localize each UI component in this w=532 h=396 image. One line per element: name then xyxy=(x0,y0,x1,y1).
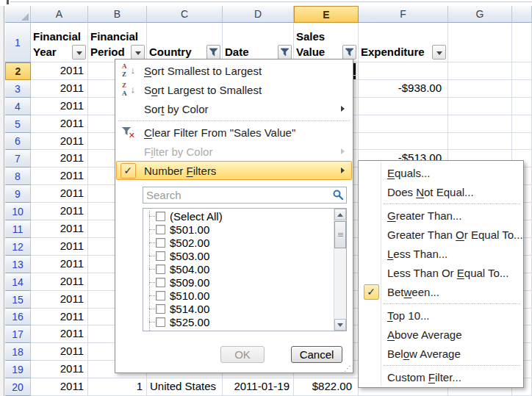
cell-B20[interactable]: 1 xyxy=(88,378,147,396)
row-header-4[interactable]: 4 xyxy=(5,98,31,115)
filter-button-C[interactable] xyxy=(206,45,220,60)
cell-A15[interactable]: 2011 xyxy=(31,291,88,309)
checkbox[interactable] xyxy=(156,238,165,248)
cell-F2[interactable] xyxy=(359,62,448,80)
scroll-up-button[interactable] xyxy=(334,209,346,220)
menu-item-number-filters[interactable]: ✓Number Filters xyxy=(116,161,352,180)
cell-A7[interactable]: 2011 xyxy=(31,150,88,168)
cell-A3[interactable]: 2011 xyxy=(31,80,88,98)
row-header-8[interactable]: 8 xyxy=(5,168,31,185)
row-header-17[interactable]: 17 xyxy=(5,325,31,343)
cell-A20[interactable]: 2011 xyxy=(31,378,88,396)
cell-x5[interactable] xyxy=(512,115,532,133)
cell-A14[interactable]: 2011 xyxy=(31,273,88,291)
row-header-2[interactable]: 2 xyxy=(5,62,31,80)
menu-item-greater-than-or-equal-to[interactable]: Greater Than Or Equal To... xyxy=(359,225,522,244)
cell-D1[interactable]: Date xyxy=(223,23,294,62)
filter-button-D[interactable] xyxy=(278,45,292,60)
ok-button[interactable]: OK xyxy=(220,346,265,363)
checkbox[interactable] xyxy=(156,304,165,314)
checkbox[interactable] xyxy=(156,291,165,300)
checkbox[interactable] xyxy=(156,212,165,221)
list-scrollbar[interactable] xyxy=(334,209,346,331)
column-header-partial[interactable] xyxy=(512,6,532,23)
cell-B1[interactable]: Financial Period xyxy=(88,23,147,62)
cell-F6[interactable] xyxy=(359,133,448,150)
column-header-G[interactable]: G xyxy=(448,6,512,23)
checkbox[interactable] xyxy=(156,251,165,261)
menu-item-sort-by-color[interactable]: Sort by Color xyxy=(116,99,352,118)
cell-G1[interactable] xyxy=(448,23,512,62)
column-header-E[interactable]: E xyxy=(294,6,359,23)
checkbox[interactable] xyxy=(156,225,165,234)
menu-item-clear-filter-from-sales-value[interactable]: ✕Clear Filter From "Sales Value" xyxy=(116,123,352,142)
cell-E20[interactable]: $822.00 xyxy=(294,378,359,396)
row-header-6[interactable]: 6 xyxy=(5,133,31,150)
search-input[interactable] xyxy=(143,187,347,204)
filter-value-item-514-00[interactable]: $514.00 xyxy=(143,302,334,315)
menu-item-custom-filter[interactable]: Custom Filter... xyxy=(359,367,522,386)
filter-value-item-525-00[interactable]: $525.00 xyxy=(143,315,334,328)
filter-button-E[interactable] xyxy=(342,45,356,60)
cell-A18[interactable]: 2011 xyxy=(31,343,88,361)
checkbox[interactable] xyxy=(156,317,165,327)
cell-D20[interactable]: 2011-01-19 xyxy=(223,378,294,396)
filter-value-item-select-all[interactable]: (Select All) xyxy=(143,209,334,223)
row-header-13[interactable]: 13 xyxy=(5,256,31,273)
row-header-16[interactable]: 16 xyxy=(5,309,31,325)
cell-F4[interactable] xyxy=(359,98,448,115)
row-header-5[interactable]: 5 xyxy=(5,115,31,133)
menu-item-sort-largest-to-smallest[interactable]: ZA↓Sort Largest to Smallest xyxy=(116,80,352,99)
menu-item-top-10[interactable]: Top 10... xyxy=(359,306,522,325)
cell-x3[interactable] xyxy=(512,80,532,98)
row-header-7[interactable]: 7 xyxy=(5,150,31,168)
cell-A4[interactable]: 2011 xyxy=(31,98,88,115)
row-header-19[interactable]: 19 xyxy=(5,361,31,378)
row-header-12[interactable]: 12 xyxy=(5,238,31,256)
select-all-corner[interactable] xyxy=(5,6,31,23)
filter-value-item-503-00[interactable]: $503.00 xyxy=(143,249,334,262)
cell-C1[interactable]: Country xyxy=(147,23,223,62)
cell-G6[interactable] xyxy=(448,133,512,150)
cell-x1[interactable] xyxy=(512,23,532,62)
filter-value-item-509-00[interactable]: $509.00 xyxy=(143,276,334,289)
cell-F3[interactable]: -$938.00 xyxy=(359,80,448,98)
menu-item-less-than-or-equal-to[interactable]: Less Than Or Equal To... xyxy=(359,263,522,282)
cell-G3[interactable] xyxy=(448,80,512,98)
filter-value-item-502-00[interactable]: $502.00 xyxy=(143,236,334,249)
cell-G4[interactable] xyxy=(448,98,512,115)
cell-A16[interactable]: 2011 xyxy=(31,309,88,325)
cell-x2[interactable] xyxy=(512,62,532,80)
row-header-11[interactable]: 11 xyxy=(5,220,31,238)
row-header-15[interactable]: 15 xyxy=(5,291,31,309)
cell-G5[interactable] xyxy=(448,115,512,133)
column-header-F[interactable]: F xyxy=(359,6,448,23)
cell-A10[interactable]: 2011 xyxy=(31,203,88,220)
cell-E1[interactable]: Sales Value xyxy=(294,23,359,62)
cell-A17[interactable]: 2011 xyxy=(31,325,88,343)
cell-x4[interactable] xyxy=(512,98,532,115)
filter-value-item-501-00[interactable]: $501.00 xyxy=(143,223,334,236)
cell-A8[interactable]: 2011 xyxy=(31,168,88,185)
menu-item-greater-than[interactable]: Greater Than... xyxy=(359,206,522,225)
menu-item-above-average[interactable]: Above Average xyxy=(359,325,522,344)
column-header-A[interactable]: A xyxy=(31,6,88,23)
menu-item-sort-smallest-to-largest[interactable]: AZ↓Sort Smallest to Largest xyxy=(116,61,352,80)
cell-A2[interactable]: 2011 xyxy=(31,62,88,80)
column-header-D[interactable]: D xyxy=(223,6,294,23)
cell-x6[interactable] xyxy=(512,133,532,150)
scroll-thumb[interactable] xyxy=(334,221,346,248)
search-icon[interactable] xyxy=(332,189,344,201)
checkbox[interactable] xyxy=(156,331,165,332)
menu-item-less-than[interactable]: Less Than... xyxy=(359,244,522,263)
cell-A9[interactable]: 2011 xyxy=(31,185,88,203)
resize-grip[interactable]: ⋰ xyxy=(344,365,351,372)
column-header-B[interactable]: B xyxy=(88,6,147,23)
cell-A19[interactable]: 2011 xyxy=(31,361,88,378)
menu-item-equals[interactable]: Equals... xyxy=(359,163,522,182)
row-header-14[interactable]: 14 xyxy=(5,273,31,291)
filter-button-F[interactable] xyxy=(432,45,446,60)
cell-F5[interactable] xyxy=(359,115,448,133)
scroll-down-button[interactable] xyxy=(334,319,346,331)
cell-C20[interactable]: United States xyxy=(147,378,223,396)
